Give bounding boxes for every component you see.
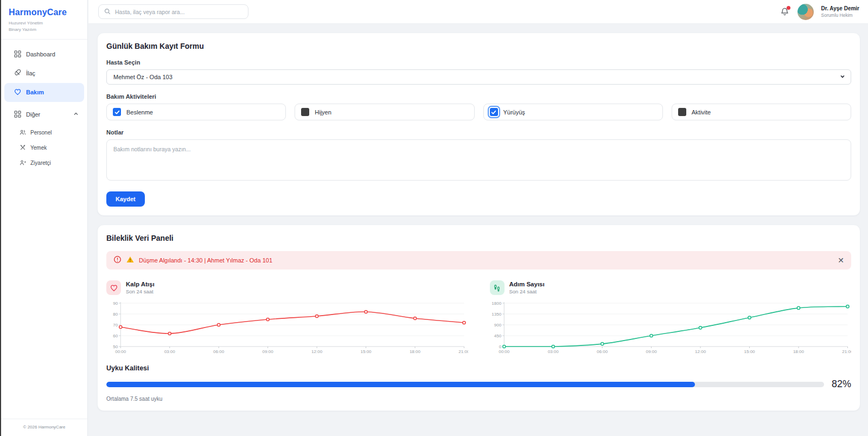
notes-label: Notlar bbox=[106, 129, 851, 136]
sidebar-item-label: Bakım bbox=[26, 89, 44, 95]
svg-text:1350: 1350 bbox=[492, 312, 501, 317]
sidebar-item-personel[interactable]: Personel bbox=[1, 125, 87, 140]
sidebar-item-yemek[interactable]: Yemek bbox=[1, 140, 87, 156]
activities-label: Bakım Aktiviteleri bbox=[106, 93, 851, 100]
svg-text:06:00: 06:00 bbox=[213, 349, 225, 354]
svg-text:09:00: 09:00 bbox=[263, 349, 274, 354]
checkbox-icon bbox=[113, 108, 121, 116]
sidebar-item-label: İlaç bbox=[26, 70, 35, 76]
sleep-percent: 82% bbox=[832, 379, 851, 390]
chart-title: Adım Sayısı bbox=[509, 281, 545, 287]
sidebar-item-diger[interactable]: Diğer bbox=[4, 105, 84, 124]
user-info: Dr. Ayşe Demir Sorumlu Hekim bbox=[821, 5, 859, 18]
topbar-right: Dr. Ayşe Demir Sorumlu Hekim bbox=[780, 4, 868, 20]
notes-textarea[interactable] bbox=[106, 139, 851, 181]
sidebar-nav: Dashboard İlaç Bakım Diğer Personel bbox=[1, 40, 87, 171]
activity-checkbox-yuruyus[interactable]: Yürüyüş bbox=[483, 104, 663, 120]
svg-text:18:00: 18:00 bbox=[410, 349, 421, 354]
close-icon[interactable]: ✕ bbox=[838, 257, 844, 264]
svg-text:15:00: 15:00 bbox=[744, 349, 755, 354]
sleep-progress-row: 82% bbox=[106, 379, 851, 390]
checkbox-icon bbox=[678, 108, 686, 116]
activity-checkbox-aktivite[interactable]: Aktivite bbox=[672, 104, 851, 120]
svg-text:00:00: 00:00 bbox=[115, 349, 126, 354]
sidebar-item-label: Yemek bbox=[30, 145, 47, 151]
alert-text: Düşme Algılandı - 14:30 | Ahmet Yılmaz -… bbox=[139, 257, 272, 264]
patient-select-label: Hasta Seçin bbox=[106, 59, 851, 66]
chevron-up-icon bbox=[73, 111, 79, 118]
svg-text:21:00: 21:00 bbox=[842, 349, 851, 354]
people-icon bbox=[20, 129, 26, 137]
svg-text:60: 60 bbox=[113, 334, 118, 338]
checkbox-icon bbox=[490, 108, 498, 116]
svg-text:00:00: 00:00 bbox=[499, 349, 510, 354]
warning-triangle-icon bbox=[126, 255, 134, 265]
brand-tagline-2: Binary Yazılım bbox=[9, 27, 87, 33]
svg-text:09:00: 09:00 bbox=[646, 349, 657, 354]
svg-text:0: 0 bbox=[499, 344, 501, 349]
svg-text:900: 900 bbox=[494, 323, 501, 328]
chart-subtitle: Son 24 saat bbox=[126, 288, 155, 294]
chart-title: Kalp Atışı bbox=[126, 281, 155, 287]
avatar[interactable] bbox=[797, 4, 814, 20]
user-plus-icon bbox=[20, 159, 26, 167]
sidebar-item-ilac[interactable]: İlaç bbox=[4, 64, 84, 83]
sidebar-item-ziyaretci[interactable]: Ziyaretçi bbox=[1, 156, 87, 171]
footprints-icon bbox=[490, 280, 505, 295]
steps-chart-block: Adım Sayısı Son 24 saat 0450900135018000… bbox=[490, 280, 852, 355]
grid-icon bbox=[14, 50, 21, 59]
svg-text:21:00: 21:00 bbox=[458, 349, 468, 354]
heart-rate-line-chart: 506070809000:0003:0006:0009:0012:0015:00… bbox=[106, 299, 468, 355]
sleep-caption: Ortalama 7.5 saat uyku bbox=[106, 396, 851, 402]
utensils-icon bbox=[20, 144, 26, 152]
sleep-quality-title: Uyku Kalitesi bbox=[106, 364, 851, 372]
svg-text:1800: 1800 bbox=[492, 301, 501, 306]
svg-text:18:00: 18:00 bbox=[793, 349, 804, 354]
search-icon bbox=[104, 7, 111, 17]
svg-text:450: 450 bbox=[494, 334, 501, 338]
sidebar-item-bakim[interactable]: Bakım bbox=[4, 83, 84, 102]
form-title: Günlük Bakım Kayıt Formu bbox=[106, 42, 851, 50]
wearable-panel-card: Bileklik Veri Paneli Düşme Algılandı - 1… bbox=[97, 225, 860, 411]
svg-text:03:00: 03:00 bbox=[164, 349, 176, 354]
sidebar-subnav: Personel Yemek Ziyaretçi bbox=[1, 124, 87, 171]
sleep-progress-fill bbox=[106, 382, 695, 387]
steps-line-chart: 04509001350180000:0003:0006:0009:0012:00… bbox=[490, 299, 852, 355]
svg-text:12:00: 12:00 bbox=[694, 349, 706, 354]
user-role: Sorumlu Hekim bbox=[821, 12, 859, 18]
checkbox-icon bbox=[301, 108, 309, 116]
topbar: Dr. Ayşe Demir Sorumlu Hekim bbox=[88, 0, 868, 24]
activity-checkbox-beslenme[interactable]: Beslenme bbox=[106, 104, 286, 120]
sidebar-item-label: Ziyaretçi bbox=[30, 160, 51, 166]
user-name: Dr. Ayşe Demir bbox=[821, 5, 859, 11]
save-button[interactable]: Kaydet bbox=[106, 191, 145, 207]
svg-text:90: 90 bbox=[113, 301, 118, 306]
grid-icon bbox=[14, 111, 21, 119]
sidebar: HarmonyCare Huzurevi Yönetim Binary Yazı… bbox=[1, 0, 88, 436]
search-input[interactable] bbox=[115, 9, 242, 15]
notification-badge bbox=[787, 6, 790, 10]
heart-icon bbox=[106, 280, 121, 295]
panel-title: Bileklik Veri Paneli bbox=[106, 234, 851, 242]
chevron-down-icon bbox=[840, 74, 845, 80]
sidebar-footer: © 2026 HarmonyCare bbox=[1, 419, 87, 436]
alert-circle-icon bbox=[113, 255, 122, 266]
chart-subtitle: Son 24 saat bbox=[509, 288, 545, 294]
app-root: HarmonyCare Huzurevi Yönetim Binary Yazı… bbox=[0, 0, 868, 436]
main-content: Günlük Bakım Kayıt Formu Hasta Seçin Meh… bbox=[88, 24, 868, 436]
app-logo: HarmonyCare bbox=[9, 8, 87, 17]
pill-icon bbox=[14, 69, 21, 78]
activities-row: Beslenme Hijyen Yürüyüş Aktivite bbox=[106, 104, 851, 120]
fall-alert: Düşme Algılandı - 14:30 | Ahmet Yılmaz -… bbox=[106, 251, 851, 270]
sidebar-item-label: Dashboard bbox=[26, 51, 55, 57]
search-box[interactable] bbox=[98, 4, 248, 19]
sleep-progress-track bbox=[106, 382, 824, 387]
notifications-button[interactable] bbox=[780, 7, 790, 17]
sidebar-item-dashboard[interactable]: Dashboard bbox=[4, 45, 84, 64]
heart-rate-chart-block: Kalp Atışı Son 24 saat 506070809000:0003… bbox=[106, 280, 468, 355]
patient-select-value: Mehmet Öz - Oda 103 bbox=[113, 74, 173, 80]
patient-select[interactable]: Mehmet Öz - Oda 103 bbox=[106, 69, 851, 85]
activity-checkbox-hijyen[interactable]: Hijyen bbox=[295, 104, 474, 120]
heart-icon bbox=[14, 88, 21, 97]
charts-row: Kalp Atışı Son 24 saat 506070809000:0003… bbox=[106, 280, 851, 355]
